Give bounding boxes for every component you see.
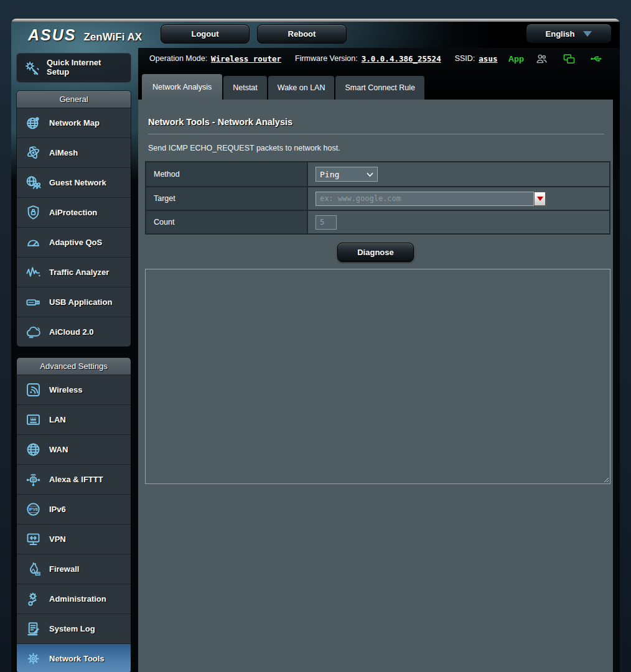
sidebar-item-label: USB Application bbox=[49, 297, 112, 307]
app-window: ASUS ZenWiFi AX Logout Reboot English Op… bbox=[11, 19, 620, 672]
sidebar-item-aicloud-2-0[interactable]: AiCloud 2.0 bbox=[17, 317, 131, 347]
firmware-label: Firmware Version: bbox=[295, 54, 358, 63]
traffic-analyzer-icon bbox=[23, 263, 43, 282]
chevron-down-icon bbox=[367, 172, 373, 177]
sidebar-item-label: IPv6 bbox=[49, 505, 66, 514]
sidebar-group-header: Advanced Settings bbox=[17, 358, 131, 375]
result-textarea[interactable] bbox=[145, 269, 610, 484]
method-select-value: Ping bbox=[320, 170, 339, 179]
sidebar-item-wan[interactable]: WAN bbox=[17, 434, 131, 464]
target-dropdown-button[interactable] bbox=[534, 192, 546, 206]
sidebar-item-label: AiProtection bbox=[49, 208, 97, 217]
sidebar-item-ipv6[interactable]: IPV6IPv6 bbox=[17, 494, 131, 524]
sidebar-item-wireless[interactable]: Wireless bbox=[17, 375, 131, 404]
operation-mode-link[interactable]: Wireless router bbox=[211, 54, 281, 63]
sidebar-item-quick-internet-setup[interactable]: Quick Internet Setup bbox=[16, 53, 131, 83]
sidebar-item-traffic-analyzer[interactable]: Traffic Analyzer bbox=[17, 257, 131, 287]
content-panel: Network Tools - Network Analysis Send IC… bbox=[138, 100, 613, 672]
sidebar-item-network-map[interactable]: Network Map bbox=[17, 108, 131, 138]
tab-wake-on-lan[interactable]: Wake on LAN bbox=[268, 76, 335, 100]
sidebar-item-aiprotection[interactable]: AiProtection bbox=[17, 197, 131, 227]
sidebar-item-label: Traffic Analyzer bbox=[49, 268, 109, 277]
tab-smart-connect-rule[interactable]: Smart Connect Rule bbox=[335, 76, 424, 100]
sidebar-item-label: Network Tools bbox=[49, 654, 105, 663]
red-dropdown-arrow-icon bbox=[537, 197, 543, 201]
sidebar-item-label: Network Map bbox=[49, 118, 100, 128]
table-row: Target bbox=[146, 186, 609, 210]
target-label: Target bbox=[146, 187, 308, 210]
language-label: English bbox=[546, 29, 575, 39]
sidebar-item-label: Administration bbox=[49, 594, 106, 604]
tab-netstat[interactable]: Netstat bbox=[223, 76, 267, 100]
product-name: ZenWiFi AX bbox=[83, 31, 142, 44]
sidebar-item-administration[interactable]: Administration bbox=[17, 584, 131, 614]
sidebar-item-adaptive-qos[interactable]: Adaptive QoS bbox=[17, 227, 131, 257]
page-title: Network Tools - Network Analysis bbox=[148, 117, 613, 127]
vpn-icon bbox=[23, 530, 43, 549]
sidebar-item-label: WAN bbox=[49, 445, 68, 454]
operation-mode-label: Operation Mode: bbox=[149, 54, 207, 63]
sidebar-item-label: Quick Internet Setup bbox=[47, 58, 116, 77]
sidebar-item-lan[interactable]: LAN bbox=[17, 404, 131, 434]
usb-application-icon bbox=[23, 292, 43, 312]
diagnose-button[interactable]: Diagnose bbox=[337, 243, 414, 262]
sidebar-item-label: AiCloud 2.0 bbox=[49, 327, 94, 337]
system-log-icon bbox=[23, 619, 43, 639]
sidebar-group-advanced-settings: Advanced SettingsWirelessLANWANAlexa & I… bbox=[16, 357, 131, 672]
sidebar-item-guest-network[interactable]: Guest Network bbox=[17, 167, 131, 197]
firmware-version-link[interactable]: 3.0.0.4.386_25524 bbox=[362, 54, 441, 63]
sidebar-group-general: GeneralNetwork MapAiMeshGuest NetworkAiP… bbox=[16, 90, 131, 347]
sidebar-item-label: AiMesh bbox=[49, 148, 78, 157]
tab-bar: Network Analysis Netstat Wake on LAN Sma… bbox=[142, 74, 424, 100]
sidebar-item-system-log[interactable]: System Log bbox=[17, 614, 131, 643]
reboot-button[interactable]: Reboot bbox=[257, 24, 347, 44]
sidebar-item-label: Adaptive QoS bbox=[49, 238, 102, 247]
qis-icon bbox=[22, 58, 42, 78]
language-dropdown[interactable]: English bbox=[526, 24, 612, 44]
network-map-icon bbox=[23, 113, 43, 133]
method-label: Method bbox=[146, 162, 308, 186]
ssid-label: SSID: bbox=[455, 54, 475, 63]
devices-icon[interactable] bbox=[559, 49, 579, 68]
logout-button[interactable]: Logout bbox=[161, 24, 250, 44]
sidebar-item-label: VPN bbox=[49, 534, 66, 544]
table-row: Count bbox=[146, 210, 609, 233]
target-input[interactable] bbox=[316, 192, 534, 206]
sidebar-item-network-tools[interactable]: Network Tools bbox=[17, 643, 131, 672]
info-bar: Operation Mode: Wireless router Firmware… bbox=[138, 48, 620, 69]
sidebar-item-aimesh[interactable]: AiMesh bbox=[17, 138, 131, 167]
wireless-icon bbox=[23, 380, 43, 400]
page-description: Send ICMP ECHO_REQUEST packets to networ… bbox=[148, 144, 613, 152]
sidebar-item-vpn[interactable]: VPN bbox=[17, 524, 131, 554]
sidebar: Quick Internet Setup GeneralNetwork MapA… bbox=[16, 53, 131, 672]
count-input[interactable] bbox=[316, 215, 337, 230]
app-link[interactable]: App bbox=[508, 54, 524, 63]
ssid-link[interactable]: asus bbox=[479, 54, 497, 63]
divider bbox=[148, 134, 604, 134]
usb-status-icon[interactable] bbox=[586, 49, 606, 68]
clients-icon[interactable] bbox=[531, 49, 551, 68]
method-select[interactable]: Ping bbox=[316, 167, 378, 182]
firewall-icon bbox=[23, 559, 43, 579]
aimesh-icon bbox=[23, 143, 43, 163]
ipv6-icon: IPV6 bbox=[23, 500, 43, 520]
sidebar-item-label: Wireless bbox=[49, 385, 82, 394]
sidebar-item-label: Alexa & IFTTT bbox=[49, 475, 103, 484]
administration-icon bbox=[23, 589, 43, 609]
svg-text:IPV6: IPV6 bbox=[29, 507, 38, 511]
alexa-ifttt-icon bbox=[23, 470, 43, 490]
top-banner: ASUS ZenWiFi AX Logout Reboot English bbox=[11, 22, 620, 48]
sidebar-item-label: Firewall bbox=[49, 564, 79, 574]
sidebar-item-alexa-ifttt[interactable]: Alexa & IFTTT bbox=[17, 464, 131, 494]
network-tools-icon bbox=[23, 649, 43, 669]
sidebar-item-label: Guest Network bbox=[49, 178, 106, 187]
tab-network-analysis[interactable]: Network Analysis bbox=[142, 74, 222, 100]
asus-logo: ASUS bbox=[28, 26, 76, 44]
wan-icon bbox=[23, 440, 43, 460]
count-label: Count bbox=[146, 211, 308, 233]
sidebar-item-usb-application[interactable]: USB Application bbox=[17, 287, 131, 317]
guest-network-icon bbox=[23, 173, 43, 193]
aiprotection-icon bbox=[23, 203, 43, 223]
sidebar-item-firewall[interactable]: Firewall bbox=[17, 554, 131, 584]
table-row: Method Ping bbox=[146, 162, 609, 186]
